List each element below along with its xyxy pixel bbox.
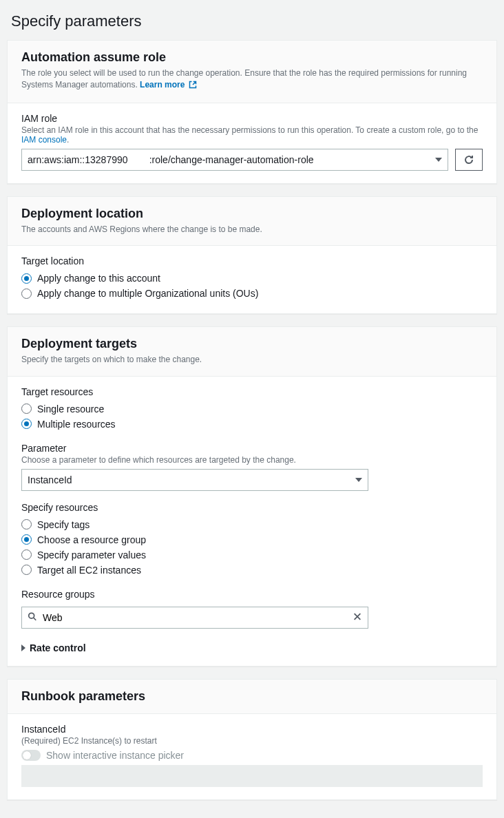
- label-parameter: Parameter: [21, 443, 483, 454]
- iam-console-link[interactable]: IAM console: [21, 135, 67, 145]
- panel-deploy-location: Deployment location The accounts and AWS…: [7, 196, 497, 314]
- desc-assume-role: The role you select will be used to run …: [21, 67, 483, 93]
- instanceid-input-disabled: [21, 765, 483, 787]
- radio-icon: [21, 565, 32, 575]
- desc-iam-role: Select an IAM role in this account that …: [21, 125, 483, 145]
- desc-deploy-location: The accounts and AWS Regions where the c…: [21, 224, 483, 235]
- toggle-instance-picker[interactable]: [21, 750, 41, 761]
- toggle-instance-picker-label: Show interactive instance picker: [46, 750, 184, 761]
- heading-deploy-targets: Deployment targets: [21, 337, 483, 351]
- chevron-down-icon: [435, 158, 442, 162]
- desc-deploy-targets: Specify the targets on which to make the…: [21, 354, 483, 366]
- external-link-icon: [189, 81, 197, 92]
- label-target-location: Target location: [21, 255, 483, 266]
- radio-icon: [21, 519, 32, 529]
- svg-line-1: [34, 618, 36, 620]
- caret-right-icon: [21, 644, 25, 651]
- desc-parameter: Choose a parameter to define which resou…: [21, 455, 483, 465]
- radio-apply-this-account[interactable]: Apply change to this account: [21, 271, 483, 286]
- radio-apply-multiple-ous[interactable]: Apply change to multiple Organizational …: [21, 286, 483, 301]
- rate-control-expander[interactable]: Rate control: [21, 642, 483, 653]
- radio-specify-parameter-values[interactable]: Specify parameter values: [21, 547, 483, 563]
- label-specify-resources: Specify resources: [21, 502, 483, 513]
- search-icon: [28, 611, 37, 623]
- parameter-select[interactable]: InstanceId: [21, 469, 368, 491]
- label-resource-groups: Resource groups: [21, 589, 483, 600]
- iam-role-select[interactable]: arn:aws:iam::13287990 :role/change-manag…: [21, 149, 448, 171]
- resource-groups-search[interactable]: [21, 607, 368, 629]
- radio-specify-tags[interactable]: Specify tags: [21, 517, 483, 532]
- panel-assume-role: Automation assume role The role you sele…: [7, 40, 497, 184]
- heading-deploy-location: Deployment location: [21, 207, 483, 221]
- desc-instanceid: (Required) EC2 Instance(s) to restart: [21, 736, 483, 746]
- radio-choose-resource-group[interactable]: Choose a resource group: [21, 532, 483, 547]
- heading-assume-role: Automation assume role: [21, 50, 483, 65]
- radio-icon: [21, 403, 32, 414]
- refresh-button[interactable]: [455, 149, 483, 171]
- page-title: Specify parameters: [11, 12, 493, 30]
- radio-icon: [21, 419, 32, 429]
- chevron-down-icon: [355, 478, 362, 482]
- label-instanceid: InstanceId: [21, 724, 483, 735]
- clear-icon[interactable]: [353, 611, 362, 623]
- radio-icon: [21, 549, 32, 560]
- panel-deploy-targets: Deployment targets Specify the targets o…: [7, 326, 497, 666]
- learn-more-link[interactable]: Learn more: [140, 80, 197, 90]
- radio-multiple-resources[interactable]: Multiple resources: [21, 417, 483, 432]
- radio-target-all-ec2[interactable]: Target all EC2 instances: [21, 563, 483, 578]
- radio-icon: [21, 289, 32, 299]
- radio-single-resource[interactable]: Single resource: [21, 401, 483, 417]
- panel-runbook: Runbook parameters InstanceId (Required)…: [7, 679, 497, 800]
- label-iam-role: IAM role: [21, 113, 483, 124]
- radio-icon: [21, 534, 32, 545]
- label-target-resources: Target resources: [21, 386, 483, 397]
- heading-runbook: Runbook parameters: [21, 689, 483, 704]
- refresh-icon: [463, 154, 474, 165]
- svg-point-0: [29, 613, 34, 618]
- resource-groups-input[interactable]: [43, 612, 347, 623]
- radio-icon: [21, 273, 32, 284]
